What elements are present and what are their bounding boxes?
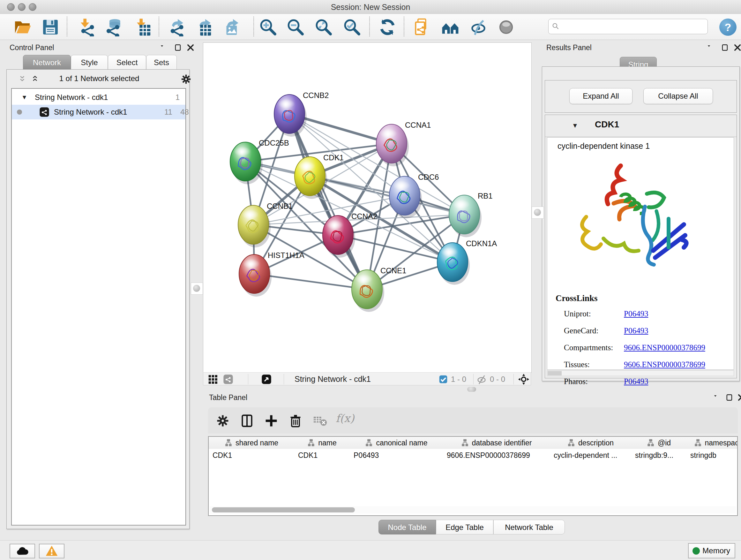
import-database-icon[interactable]	[104, 18, 123, 37]
crosslink-row: GeneCard:P06493	[564, 324, 730, 341]
network-row-selected[interactable]: String Network - cdk1 11 48	[12, 105, 185, 119]
expand-all-networks-icon[interactable]	[31, 75, 41, 84]
table-cell[interactable]: 9606.ENSP00000378699	[443, 449, 550, 461]
table-cell[interactable]: P06493	[350, 449, 443, 461]
tree-expand-icon[interactable]: ▼	[21, 90, 27, 105]
delete-column-icon[interactable]	[288, 414, 302, 428]
column-header-@id[interactable]: @id	[631, 437, 687, 449]
svg-text:CCNA2: CCNA2	[351, 212, 377, 221]
crosslink-value[interactable]: P06493	[624, 309, 648, 318]
zoom-fit-icon[interactable]	[314, 18, 333, 37]
selected-checkbox-icon[interactable]	[439, 375, 448, 384]
expand-all-button[interactable]: Expand All	[569, 88, 632, 104]
table-cell[interactable]: CDK1	[209, 449, 294, 461]
warnings-button[interactable]	[39, 544, 64, 558]
float-panel-icon[interactable]	[174, 44, 183, 52]
float-table-icon[interactable]	[726, 393, 734, 401]
crosslink-value[interactable]: P06493	[624, 377, 648, 386]
table-cell[interactable]: stringdb	[686, 449, 738, 461]
network-view-canvas[interactable]: CCNB2CCNA1CDC25BCDK1CDC6RB1CCNB1CCNA2CDK…	[203, 43, 532, 373]
table-options-gear-icon[interactable]	[216, 414, 230, 428]
results-hscrollbar-thumb[interactable]	[548, 371, 562, 375]
cdk1-section: ▼ CDK1 cyclin-dependent kinase 1	[545, 115, 737, 378]
crosslinks-title: CrossLinks	[556, 294, 598, 303]
column-header-description[interactable]: description	[550, 437, 631, 449]
tab-sets[interactable]: Sets	[146, 55, 177, 70]
zoom-in-icon[interactable]	[259, 18, 277, 37]
close-table-icon[interactable]	[737, 393, 741, 401]
add-column-icon[interactable]	[264, 414, 278, 428]
table-cell[interactable]: stringdb:9...	[631, 449, 686, 461]
collapse-results-icon[interactable]	[706, 44, 715, 52]
column-header-canonical-name[interactable]: canonical name	[350, 437, 443, 449]
node-table[interactable]: shared namenamecanonical namedatabase id…	[208, 436, 738, 516]
open-folder-icon[interactable]	[13, 18, 31, 37]
fit-content-icon[interactable]	[518, 374, 529, 385]
export-table-icon[interactable]	[194, 18, 212, 37]
crosslink-label: GeneCard:	[564, 326, 598, 335]
network-options-gear-icon[interactable]	[180, 73, 192, 85]
svg-text:HIST1H1A: HIST1H1A	[268, 251, 305, 260]
right-splitter-handle[interactable]	[532, 206, 544, 219]
table-hscrollbar[interactable]	[210, 506, 736, 513]
collapse-table-icon[interactable]	[713, 393, 721, 401]
table-hscrollbar-thumb[interactable]	[212, 507, 355, 512]
tab-edge-table[interactable]: Edge Table	[436, 520, 493, 535]
float-results-icon[interactable]	[721, 44, 730, 52]
zoom-out-icon[interactable]	[286, 18, 305, 37]
grid-view-icon[interactable]	[208, 374, 218, 384]
crosslink-value[interactable]: 9606.ENSP00000378699	[624, 360, 705, 369]
memory-button[interactable]: Memory	[688, 543, 735, 558]
cdk1-header[interactable]: ▼ CDK1	[545, 115, 737, 137]
share-file-icon[interactable]	[413, 18, 431, 37]
crosslinks-list: Uniprot:P06493GeneCard:P06493Compartment…	[564, 307, 730, 391]
cdk1-collapse-icon[interactable]: ▼	[572, 122, 578, 129]
close-panel-icon[interactable]	[186, 44, 195, 52]
protein-structure-image	[573, 156, 700, 281]
bottom-splitter-handle[interactable]	[467, 387, 476, 392]
column-header-namespace[interactable]: namespace	[686, 437, 738, 449]
collapse-all-button[interactable]: Collapse All	[643, 88, 713, 104]
tab-style[interactable]: Style	[71, 55, 108, 70]
graphics-details-icon[interactable]	[469, 18, 488, 37]
birds-eye-view-icon[interactable]	[261, 374, 272, 384]
clear-table-icon	[312, 414, 328, 428]
home-icon[interactable]	[441, 18, 460, 37]
crosslink-value[interactable]: 9606.ENSP00000378699	[624, 343, 705, 352]
left-splitter-handle[interactable]	[191, 283, 203, 295]
column-header-name[interactable]: name	[294, 437, 350, 449]
search-input[interactable]	[548, 19, 708, 34]
export-image-icon[interactable]	[222, 18, 240, 37]
table-cell[interactable]: CDK1	[294, 449, 350, 461]
save-icon[interactable]	[41, 18, 60, 37]
tab-network-table[interactable]: Network Table	[493, 520, 565, 535]
help-button[interactable]: ?	[719, 18, 737, 36]
tab-network[interactable]: Network	[23, 55, 71, 70]
import-network-icon[interactable]	[77, 18, 96, 37]
close-results-icon[interactable]	[733, 44, 741, 52]
hidden-eye-icon[interactable]	[476, 374, 487, 384]
refresh-icon[interactable]	[378, 18, 397, 37]
main-toolbar: ?	[0, 14, 741, 40]
show-columns-icon[interactable]	[240, 414, 254, 428]
zoom-selected-icon[interactable]	[343, 18, 361, 37]
column-header-database-identifier[interactable]: database identifier	[443, 437, 550, 449]
collapse-all-networks-icon[interactable]	[19, 75, 28, 84]
search-field[interactable]	[562, 20, 704, 33]
eye-icon[interactable]	[497, 18, 515, 37]
crosslink-value[interactable]: P06493	[624, 326, 648, 335]
tab-select[interactable]: Select	[108, 55, 146, 70]
cloud-button[interactable]	[10, 544, 35, 558]
column-header-shared-name[interactable]: shared name	[209, 437, 294, 449]
tab-node-table[interactable]: Node Table	[379, 520, 436, 535]
cdk1-title: CDK1	[595, 119, 619, 130]
svg-text:CCNE1: CCNE1	[381, 266, 406, 275]
results-hscrollbar[interactable]	[547, 370, 734, 376]
table-cell[interactable]: cyclin-dependent ...	[550, 449, 631, 461]
network-collection-row[interactable]: ▼ String Network - cdk1 1	[12, 90, 185, 105]
cdk1-content: cyclin-dependent kinase 1 CrossLinks	[547, 137, 734, 370]
collapse-panel-icon[interactable]	[159, 44, 168, 52]
export-network-icon[interactable]	[166, 18, 185, 37]
svg-text:CDKN1A: CDKN1A	[466, 239, 497, 248]
import-table-icon[interactable]	[133, 18, 152, 37]
